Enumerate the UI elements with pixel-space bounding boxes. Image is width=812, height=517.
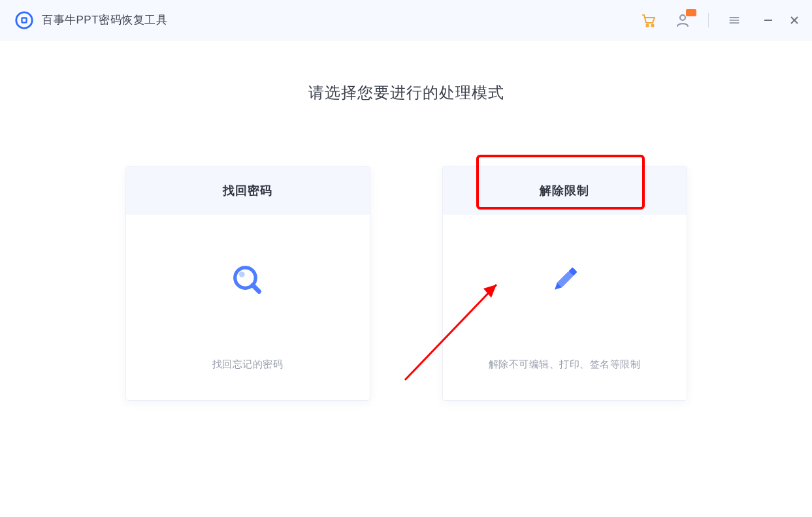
window-buttons bbox=[762, 14, 800, 26]
cart-icon[interactable] bbox=[640, 12, 657, 29]
titlebar-right bbox=[640, 12, 800, 29]
card-recover-title: 找回密码 bbox=[126, 166, 370, 215]
main-area: 请选择您要进行的处理模式 找回密码 找回忘记的密码 解除限制 bbox=[0, 40, 812, 517]
svg-point-3 bbox=[646, 24, 648, 26]
account-icon[interactable] bbox=[674, 12, 691, 29]
app-logo-icon bbox=[14, 10, 34, 30]
titlebar-left: 百事牛PPT密码恢复工具 bbox=[14, 10, 167, 30]
titlebar-separator bbox=[708, 13, 709, 27]
card-recover-password[interactable]: 找回密码 找回忘记的密码 bbox=[125, 166, 370, 401]
vip-badge-icon bbox=[686, 9, 696, 16]
mode-cards: 找回密码 找回忘记的密码 解除限制 bbox=[0, 166, 812, 401]
svg-rect-2 bbox=[23, 18, 26, 22]
card-unlock-title: 解除限制 bbox=[443, 166, 687, 215]
close-button[interactable] bbox=[788, 14, 800, 26]
svg-point-4 bbox=[651, 24, 653, 26]
magnifier-icon bbox=[228, 260, 267, 300]
minimize-button[interactable] bbox=[762, 14, 774, 26]
svg-point-13 bbox=[239, 272, 245, 277]
app-title: 百事牛PPT密码恢复工具 bbox=[42, 12, 167, 27]
page-headline: 请选择您要进行的处理模式 bbox=[0, 82, 812, 103]
svg-line-14 bbox=[253, 285, 259, 292]
card-unlock-desc: 解除不可编辑、打印、签名等限制 bbox=[489, 358, 641, 371]
pencil-icon bbox=[545, 260, 584, 300]
svg-point-5 bbox=[680, 15, 685, 20]
card-remove-restriction[interactable]: 解除限制 解除不可编辑、打印、签名等限制 bbox=[442, 166, 687, 401]
menu-icon[interactable] bbox=[726, 12, 743, 29]
titlebar: 百事牛PPT密码恢复工具 bbox=[0, 0, 812, 40]
card-recover-desc: 找回忘记的密码 bbox=[212, 358, 284, 371]
